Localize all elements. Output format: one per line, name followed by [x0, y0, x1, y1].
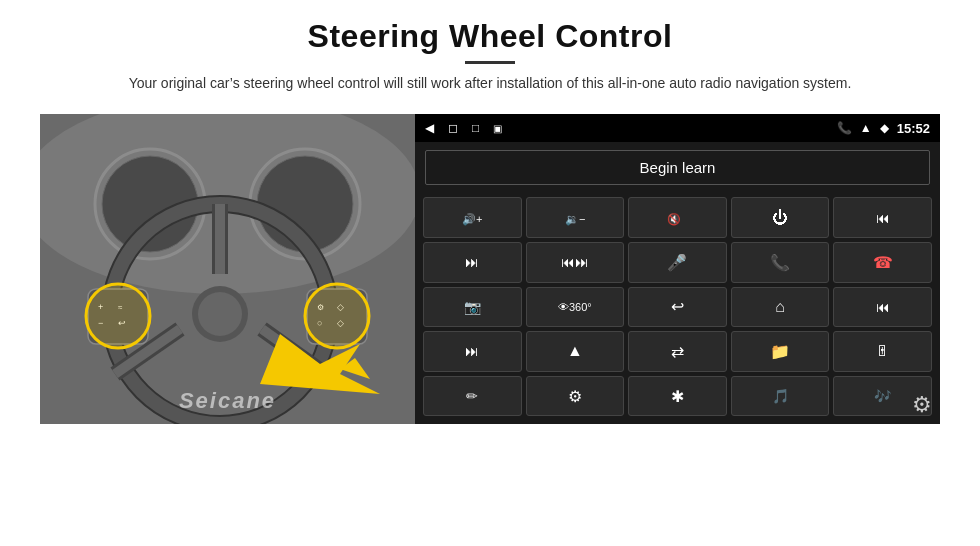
- svg-text:🔊+: 🔊+: [462, 212, 482, 226]
- folder-button[interactable]: 📁: [731, 331, 830, 372]
- music-button[interactable]: 🎵: [731, 376, 830, 417]
- subtitle: Your original car’s steering wheel contr…: [129, 72, 852, 94]
- clock-display: 15:52: [897, 121, 930, 136]
- prev-track-button[interactable]: ⏮: [833, 197, 932, 238]
- view360-button[interactable]: 👁360°: [526, 287, 625, 328]
- svg-point-15: [198, 292, 242, 336]
- skip-button[interactable]: ⏮⏭: [526, 242, 625, 283]
- svg-text:🔇: 🔇: [667, 212, 681, 226]
- navigate-button[interactable]: ▲: [526, 331, 625, 372]
- page-wrapper: Steering Wheel Control Your original car…: [0, 0, 980, 546]
- mute-button[interactable]: 🔇: [628, 197, 727, 238]
- power-button[interactable]: ⏻: [731, 197, 830, 238]
- phone-button[interactable]: 📞: [731, 242, 830, 283]
- home-square-icon: ◻: [448, 121, 458, 135]
- title-divider: [465, 61, 515, 64]
- back-arrow-icon: ◀: [425, 121, 434, 135]
- rewind-button[interactable]: ⏮: [833, 287, 932, 328]
- mic-button[interactable]: 🎤: [628, 242, 727, 283]
- back-button[interactable]: ↩: [628, 287, 727, 328]
- settings-gear-icon[interactable]: ⚙: [912, 392, 932, 418]
- android-panel: ◀ ◻ □ ▣ 📞 ▲ ◆ 15:52 Begin learn �: [415, 114, 940, 424]
- watermark: Seicane: [179, 388, 276, 414]
- begin-learn-row: Begin learn: [415, 142, 940, 193]
- gps-icon: ◆: [880, 121, 889, 135]
- recents-icon: □: [472, 121, 479, 135]
- controls-grid: 🔊+ 🔉− 🔇 ⏻ ⏮ ⏭ ⏮⏭ 🎤 📞 ☎ 📷 👁360° ↩ ⌂ ⏮ ⏭: [415, 193, 940, 424]
- sd-icon: ▣: [493, 123, 502, 134]
- steering-wheel-image: + ≈ − ↩ ⚙ ◇ ○ ◇ Seicane: [40, 114, 415, 424]
- svg-point-26: [86, 284, 150, 348]
- begin-learn-button[interactable]: Begin learn: [425, 150, 930, 185]
- content-area: + ≈ − ↩ ⚙ ◇ ○ ◇ Seicane: [40, 114, 940, 424]
- page-title: Steering Wheel Control: [129, 18, 852, 55]
- camera-button[interactable]: 📷: [423, 287, 522, 328]
- title-section: Steering Wheel Control Your original car…: [129, 18, 852, 106]
- home-button[interactable]: ⌂: [731, 287, 830, 328]
- wifi-icon: ▲: [860, 121, 872, 135]
- switch-button[interactable]: ⇄: [628, 331, 727, 372]
- knob-button[interactable]: ⚙: [526, 376, 625, 417]
- pen-button[interactable]: ✏: [423, 376, 522, 417]
- bluetooth-button[interactable]: ✱: [628, 376, 727, 417]
- vol-down-button[interactable]: 🔉−: [526, 197, 625, 238]
- svg-text:🔉−: 🔉−: [565, 212, 585, 226]
- equalizer-button[interactable]: 🎚: [833, 331, 932, 372]
- vol-up-button[interactable]: 🔊+: [423, 197, 522, 238]
- hangup-button[interactable]: ☎: [833, 242, 932, 283]
- status-right-icons: 📞 ▲ ◆ 15:52: [837, 121, 930, 136]
- next-button[interactable]: ⏭: [423, 242, 522, 283]
- phone-signal-icon: 📞: [837, 121, 852, 135]
- fast-forward-button[interactable]: ⏭: [423, 331, 522, 372]
- svg-point-27: [305, 284, 369, 348]
- status-bar: ◀ ◻ □ ▣ 📞 ▲ ◆ 15:52: [415, 114, 940, 142]
- status-left-icons: ◀ ◻ □ ▣: [425, 121, 502, 135]
